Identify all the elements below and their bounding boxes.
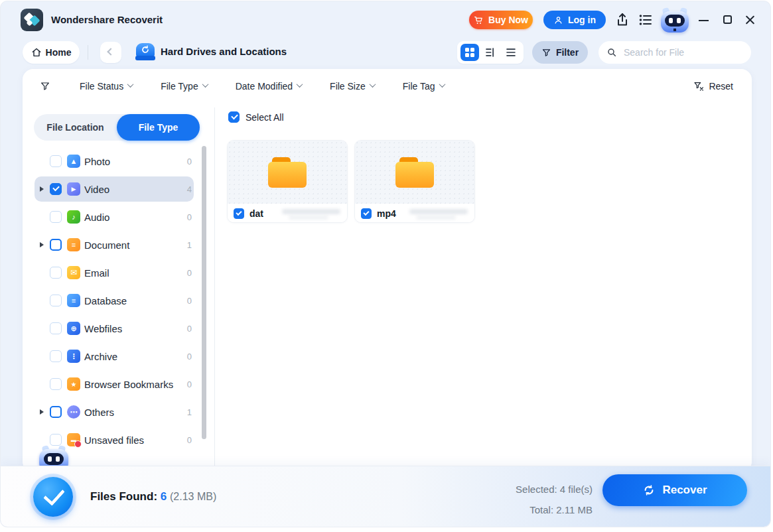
item-checkbox[interactable]	[50, 211, 62, 223]
home-button[interactable]: Home	[23, 41, 80, 64]
audio-icon: ♪	[67, 210, 80, 224]
folder-checkbox[interactable]	[234, 208, 244, 219]
filter-dropdown-file-tag[interactable]: File Tag	[403, 81, 445, 92]
expand-caret-icon[interactable]	[40, 186, 44, 192]
filter-dropdown-label: File Type	[161, 81, 198, 92]
search-input[interactable]	[624, 47, 744, 58]
close-icon[interactable]	[742, 12, 758, 28]
filter-dropdown-file-size[interactable]: File Size	[330, 81, 375, 92]
item-count: 0	[187, 268, 192, 278]
list-view-icon[interactable]	[502, 44, 520, 61]
sidebar-item-video[interactable]: ▶ Video 4	[23, 175, 214, 203]
select-all-label: Select All	[246, 112, 284, 123]
tab-file-location[interactable]: File Location	[34, 114, 117, 141]
minimize-icon[interactable]	[696, 12, 712, 28]
sidebar-item-webfiles[interactable]: ⊕ Webfiles 0	[23, 314, 214, 342]
back-button[interactable]	[100, 42, 121, 63]
filter-dropdown-date-modified[interactable]: Date Modified	[236, 81, 302, 92]
item-label: Browser Bookmarks	[84, 379, 173, 390]
item-checkbox[interactable]	[50, 267, 62, 279]
webfiles-icon: ⊕	[67, 322, 80, 335]
recover-button[interactable]: Recover	[602, 474, 747, 506]
item-label: Others	[84, 407, 114, 418]
sidebar-item-browser-bookmarks[interactable]: ★ Browser Bookmarks 0	[23, 370, 214, 398]
view-toggle	[457, 41, 524, 64]
folder-card-mp4[interactable]: mp4	[354, 140, 475, 223]
sidebar-scrollbar[interactable]	[202, 146, 206, 439]
sidebar-item-database[interactable]: ≡ Database 0	[23, 287, 214, 314]
filter-dropdown-label: File Size	[330, 81, 366, 92]
filter-dropdown-file-type[interactable]: File Type	[161, 81, 208, 92]
recover-sync-icon	[642, 484, 656, 497]
filter-button[interactable]: Filter	[532, 41, 588, 64]
task-list-icon[interactable]	[638, 12, 654, 28]
detail-list-view-icon[interactable]	[481, 44, 500, 61]
item-checkbox[interactable]	[50, 183, 62, 195]
success-check-icon	[33, 477, 73, 517]
folder-card-dat[interactable]: dat	[227, 140, 348, 223]
sidebar-item-document[interactable]: ≡ Document 1	[23, 231, 214, 259]
selected-total-size: Total: 2.11 MB	[516, 499, 593, 520]
expand-caret-icon[interactable]	[40, 242, 44, 247]
files-found-size: (2.13 MB)	[170, 491, 216, 502]
item-count: 0	[187, 212, 192, 222]
sidebar-item-email[interactable]: ✉ Email 0	[23, 259, 214, 287]
item-checkbox[interactable]	[50, 350, 62, 362]
user-icon	[553, 15, 563, 25]
recover-label: Recover	[662, 484, 707, 497]
item-count: 0	[187, 296, 192, 306]
select-all-checkbox-row[interactable]: Select All	[228, 111, 284, 123]
database-icon: ≡	[67, 294, 80, 307]
maximize-icon[interactable]	[720, 12, 736, 28]
footer-bar: Files Found: 6 (2.13 MB) Selected: 4 fil…	[1, 466, 770, 527]
sidebar-item-others[interactable]: ⋯ Others 1	[23, 398, 214, 426]
selection-summary: Selected: 4 file(s) Total: 2.11 MB	[516, 479, 593, 520]
recoverit-logo-icon	[21, 9, 43, 31]
folder-icon	[268, 157, 307, 188]
archive-icon: ⋮	[67, 350, 80, 363]
item-checkbox[interactable]	[50, 378, 62, 390]
assistant-robot-icon[interactable]	[660, 7, 689, 34]
filter-dropdown-file-status[interactable]: File Status	[80, 81, 133, 92]
item-checkbox[interactable]	[50, 322, 62, 334]
sidebar-item-audio[interactable]: ♪ Audio 0	[23, 203, 214, 231]
chevron-down-icon	[127, 81, 134, 88]
login-button[interactable]: Log in	[543, 11, 606, 29]
selected-count: Selected: 4 file(s)	[516, 479, 593, 499]
item-checkbox[interactable]	[50, 434, 62, 446]
files-found-label: Files Found:	[90, 490, 157, 503]
redacted-text	[416, 216, 456, 220]
main-panel: File StatusFile TypeDate ModifiedFile Si…	[23, 69, 752, 472]
item-checkbox[interactable]	[50, 155, 62, 167]
files-found-text: Files Found: 6 (2.13 MB)	[90, 490, 216, 503]
content-area: File Location File Type ▲ Photo 0 ▶ Vide…	[23, 103, 752, 472]
video-icon: ▶	[67, 182, 80, 196]
item-count: 0	[187, 352, 192, 362]
expand-caret-icon[interactable]	[40, 409, 44, 415]
select-all-checkbox[interactable]	[228, 111, 240, 123]
home-icon	[31, 47, 42, 58]
item-label: Email	[84, 267, 109, 279]
chevron-down-icon	[369, 81, 376, 88]
grid-view-icon[interactable]	[460, 44, 479, 61]
sidebar-item-archive[interactable]: ⋮ Archive 0	[23, 342, 214, 370]
file-type-list: ▲ Photo 0 ▶ Video 4 ♪ Audio 0 ≡ Document…	[23, 147, 214, 454]
reset-filters-button[interactable]: Reset	[693, 69, 733, 103]
redacted-text	[282, 209, 340, 214]
sidebar-tabs: File Location File Type	[34, 114, 200, 141]
item-checkbox[interactable]	[50, 295, 62, 306]
item-checkbox[interactable]	[50, 406, 62, 418]
item-count: 0	[187, 324, 192, 334]
tab-file-type[interactable]: File Type	[117, 114, 200, 141]
funnel-icon	[40, 81, 50, 92]
item-label: Audio	[84, 212, 109, 223]
item-checkbox[interactable]	[50, 239, 62, 251]
buy-now-button[interactable]: Buy Now	[469, 11, 533, 29]
search-icon	[606, 47, 617, 58]
folder-checkbox[interactable]	[361, 208, 372, 219]
item-count: 0	[187, 157, 192, 166]
sidebar-item-photo[interactable]: ▲ Photo 0	[23, 147, 214, 175]
share-icon[interactable]	[614, 12, 630, 28]
item-count: 4	[187, 184, 192, 194]
breadcrumb: Hard Drives and Locations	[161, 46, 287, 57]
